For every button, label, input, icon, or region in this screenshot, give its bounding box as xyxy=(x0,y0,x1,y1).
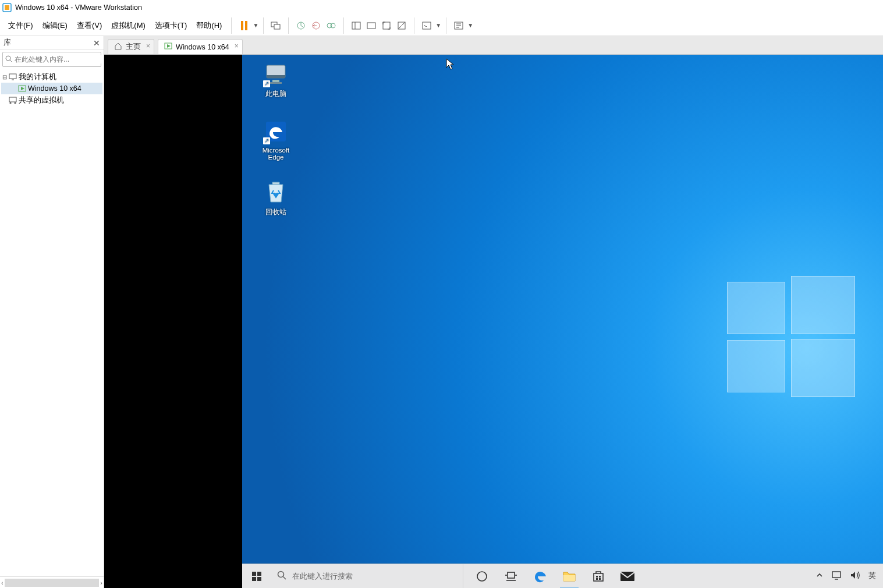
svg-rect-48 xyxy=(599,578,601,580)
content-area: 主页 × Windows 10 x64 × ↗ xyxy=(104,36,883,588)
snapshot-manager-button[interactable] xyxy=(324,18,339,33)
svg-rect-49 xyxy=(620,572,634,581)
svg-rect-3 xyxy=(274,24,280,29)
send-ctrl-alt-del-button[interactable] xyxy=(268,18,283,33)
scroll-right-icon[interactable]: › xyxy=(100,579,102,586)
tab-home[interactable]: 主页 × xyxy=(108,39,154,54)
tree-node-win10[interactable]: Windows 10 x64 xyxy=(1,83,102,94)
toolbar-separator xyxy=(446,17,446,34)
shortcut-overlay-icon: ↗ xyxy=(263,80,270,87)
svg-point-24 xyxy=(15,102,16,104)
svg-rect-1 xyxy=(5,5,9,10)
vm-viewport[interactable]: ↗ 此电脑 ↗ Microsoft Edge 回收站 xyxy=(104,55,883,588)
library-hscroll[interactable]: ‹ › xyxy=(0,576,104,588)
view-console-button[interactable] xyxy=(364,18,379,33)
pause-vm-button[interactable] xyxy=(236,18,251,33)
tab-label: 主页 xyxy=(126,42,141,52)
svg-point-38 xyxy=(477,572,487,581)
vm-running-icon xyxy=(17,84,27,93)
windows-logo-art xyxy=(727,276,855,398)
svg-rect-34 xyxy=(252,577,256,581)
stretch-dropdown[interactable]: ▼ xyxy=(467,22,473,29)
toolbar-separator xyxy=(343,17,344,34)
toolbar-separator xyxy=(231,17,232,34)
tab-close-button[interactable]: × xyxy=(235,42,239,50)
vmware-logo-icon xyxy=(2,3,12,12)
svg-point-16 xyxy=(6,56,10,61)
start-button[interactable] xyxy=(242,564,271,588)
icon-label: Microsoft Edge xyxy=(255,147,297,161)
guest-taskbar: 在此键入进行搜索 xyxy=(242,564,883,588)
library-close-button[interactable]: ✕ xyxy=(93,38,100,48)
svg-rect-8 xyxy=(352,22,360,29)
icon-label: 回收站 xyxy=(255,208,297,217)
desktop-icon-this-pc[interactable]: ↗ 此电脑 xyxy=(255,62,297,98)
icon-label: 此电脑 xyxy=(255,90,297,98)
menu-edit[interactable]: 编辑(E) xyxy=(38,18,72,33)
tree-label: Windows 10 x64 xyxy=(28,84,81,93)
tree-node-shared[interactable]: 共享的虚拟机 xyxy=(1,94,102,106)
menu-file[interactable]: 文件(F) xyxy=(3,18,38,33)
menu-vm[interactable]: 虚拟机(M) xyxy=(107,18,150,33)
desktop-icon-recycle[interactable]: 回收站 xyxy=(255,180,297,217)
tab-close-button[interactable]: × xyxy=(146,42,150,50)
tree-node-my-computer[interactable]: ⊟ 我的计算机 xyxy=(1,71,102,83)
scroll-thumb[interactable] xyxy=(5,579,100,587)
mouse-cursor-icon xyxy=(446,58,454,70)
tree-label: 共享的虚拟机 xyxy=(19,95,64,105)
svg-rect-39 xyxy=(508,572,515,578)
taskbar-search[interactable]: 在此键入进行搜索 xyxy=(271,564,463,588)
svg-rect-35 xyxy=(257,577,261,581)
svg-rect-29 xyxy=(272,80,279,82)
svg-rect-30 xyxy=(270,82,282,84)
library-search-input[interactable] xyxy=(15,55,102,63)
fullscreen-button[interactable] xyxy=(379,18,394,33)
tree-collapse-icon[interactable]: ⊟ xyxy=(1,74,8,80)
svg-rect-32 xyxy=(252,572,256,576)
task-view-button[interactable] xyxy=(503,568,519,585)
toolbar-separator xyxy=(263,17,264,34)
cortana-button[interactable] xyxy=(474,568,490,585)
recycle-bin-icon xyxy=(263,180,289,206)
svg-rect-46 xyxy=(599,576,601,578)
tray-volume-icon[interactable] xyxy=(850,571,860,582)
taskbar-store[interactable] xyxy=(590,568,607,585)
library-pane: 库 ✕ ▼ ⊟ 我的计算机 Windows 10 x64 xyxy=(0,36,104,588)
tab-win10[interactable]: Windows 10 x64 × xyxy=(158,39,243,54)
taskbar-file-explorer[interactable] xyxy=(561,568,577,585)
tray-ime-indicator[interactable]: 英 xyxy=(868,571,876,581)
taskbar-edge[interactable] xyxy=(532,568,548,585)
svg-rect-10 xyxy=(367,23,375,29)
quickswitch-dropdown[interactable]: ▼ xyxy=(435,22,441,29)
quick-switch-button[interactable] xyxy=(419,18,434,33)
taskbar-search-placeholder: 在此键入进行搜索 xyxy=(292,571,353,582)
svg-rect-33 xyxy=(257,572,261,576)
snapshot-revert-button[interactable] xyxy=(308,18,324,33)
svg-rect-45 xyxy=(596,576,598,578)
menu-tabs[interactable]: 选项卡(T) xyxy=(150,18,192,33)
stretch-guest-button[interactable] xyxy=(451,18,466,33)
window-title: Windows 10 x64 - VMware Workstation xyxy=(15,3,142,12)
scroll-left-icon[interactable]: ‹ xyxy=(1,579,3,586)
desktop-icon-edge[interactable]: ↗ Microsoft Edge xyxy=(255,119,297,161)
unity-button[interactable] xyxy=(394,18,409,33)
svg-rect-28 xyxy=(267,75,285,78)
view-single-button[interactable] xyxy=(349,18,364,33)
svg-rect-11 xyxy=(383,22,390,29)
svg-marker-26 xyxy=(167,44,171,48)
menu-view[interactable]: 查看(V) xyxy=(72,18,107,33)
guest-desktop[interactable]: ↗ 此电脑 ↗ Microsoft Edge 回收站 xyxy=(242,55,883,588)
taskbar-pinned xyxy=(463,564,646,588)
tray-show-hidden-button[interactable] xyxy=(816,572,823,580)
library-tree: ⊟ 我的计算机 Windows 10 x64 共享的虚拟机 xyxy=(0,69,104,576)
taskbar-mail[interactable] xyxy=(619,568,636,585)
shortcut-overlay-icon: ↗ xyxy=(263,137,270,144)
library-search[interactable]: ▼ xyxy=(2,52,101,67)
menu-help[interactable]: 帮助(H) xyxy=(192,18,226,33)
monitor-icon xyxy=(8,73,17,81)
tray-network-icon[interactable] xyxy=(831,571,842,582)
power-dropdown[interactable]: ▼ xyxy=(253,22,258,29)
snapshot-take-button[interactable] xyxy=(293,18,308,33)
svg-point-7 xyxy=(331,23,335,28)
svg-line-37 xyxy=(283,577,286,580)
